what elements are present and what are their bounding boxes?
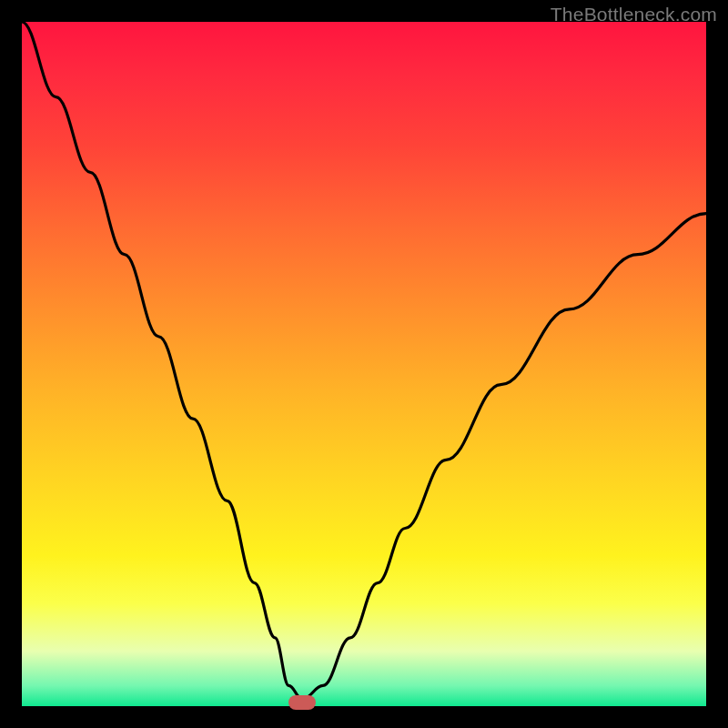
bottleneck-curve — [22, 22, 706, 706]
plot-area — [22, 22, 706, 706]
chart-frame: TheBottleneck.com — [0, 0, 728, 728]
optimal-point-marker — [288, 695, 316, 710]
